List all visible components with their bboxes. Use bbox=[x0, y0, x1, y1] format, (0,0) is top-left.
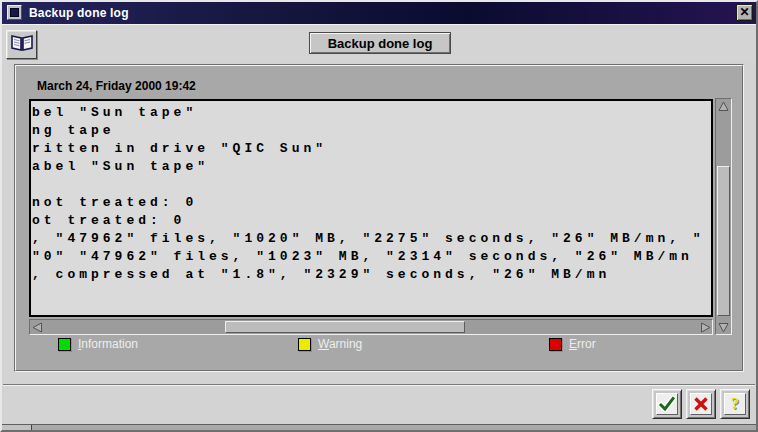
status-cell bbox=[2, 425, 32, 431]
log-line: , compressed at "1.8", "2329" seconds, "… bbox=[32, 267, 711, 285]
log-panel-inner: March 24, Friday 2000 19:42 bel "Sun tap… bbox=[15, 65, 743, 371]
horizontal-scrollbar[interactable] bbox=[29, 319, 713, 335]
toolbar: Backup done log bbox=[2, 24, 756, 62]
scroll-down-icon[interactable] bbox=[716, 320, 731, 334]
backup-done-log-window: Backup done log ✕ Backup done log bbox=[0, 0, 758, 432]
titlebar[interactable]: Backup done log ✕ bbox=[2, 2, 756, 24]
information-swatch-icon bbox=[58, 338, 71, 351]
ok-button[interactable] bbox=[652, 389, 682, 419]
log-line: abel "Sun tape" bbox=[32, 159, 711, 177]
log-line: "0" "47962" files, "1023" MB, "2314" sec… bbox=[32, 249, 711, 267]
log-panel: March 24, Friday 2000 19:42 bel "Sun tap… bbox=[14, 64, 744, 372]
warning-swatch-icon bbox=[298, 338, 311, 351]
question-icon: ? bbox=[724, 393, 746, 415]
bottom-divider bbox=[3, 384, 755, 386]
help-button[interactable]: ? bbox=[720, 389, 750, 419]
log-line: ot treated: 0 bbox=[32, 213, 711, 231]
status-strip bbox=[2, 424, 756, 430]
vertical-scroll-thumb[interactable] bbox=[717, 166, 730, 316]
log-text-area[interactable]: bel "Sun tape" ng tape ritten in drive "… bbox=[29, 99, 713, 317]
log-line: , "47962" files, "1020" MB, "2275" secon… bbox=[32, 231, 711, 249]
red-cross-icon bbox=[690, 393, 712, 415]
close-icon[interactable]: ✕ bbox=[736, 4, 753, 21]
log-book-button[interactable] bbox=[6, 30, 37, 59]
log-line: bel "Sun tape" bbox=[32, 105, 711, 123]
open-book-icon bbox=[10, 33, 34, 57]
window-menu-glyph bbox=[10, 8, 19, 17]
green-check-icon bbox=[656, 393, 678, 415]
log-line: not treated: 0 bbox=[32, 195, 711, 213]
scroll-left-icon[interactable] bbox=[30, 320, 44, 334]
log-timestamp: March 24, Friday 2000 19:42 bbox=[37, 79, 196, 93]
legend-error-label: Error bbox=[569, 337, 596, 351]
vertical-scrollbar[interactable] bbox=[715, 98, 732, 335]
log-line: ritten in drive "QIC Sun" bbox=[32, 141, 711, 159]
backup-done-log-button[interactable]: Backup done log bbox=[309, 32, 451, 54]
legend-information-label: Information bbox=[78, 337, 138, 351]
window-title: Backup done log bbox=[29, 6, 129, 20]
scroll-up-icon[interactable] bbox=[716, 99, 731, 113]
horizontal-scroll-thumb[interactable] bbox=[225, 321, 465, 333]
error-swatch-icon bbox=[549, 338, 562, 351]
scroll-right-icon[interactable] bbox=[698, 320, 712, 334]
window-menu-icon[interactable] bbox=[7, 5, 22, 20]
legend-information: Information bbox=[58, 336, 138, 352]
legend-warning-label: Warning bbox=[318, 337, 362, 351]
cancel-button[interactable] bbox=[686, 389, 716, 419]
log-line: ng tape bbox=[32, 123, 711, 141]
log-line bbox=[32, 177, 711, 195]
legend-error: Error bbox=[549, 336, 596, 352]
legend-warning: Warning bbox=[298, 336, 362, 352]
